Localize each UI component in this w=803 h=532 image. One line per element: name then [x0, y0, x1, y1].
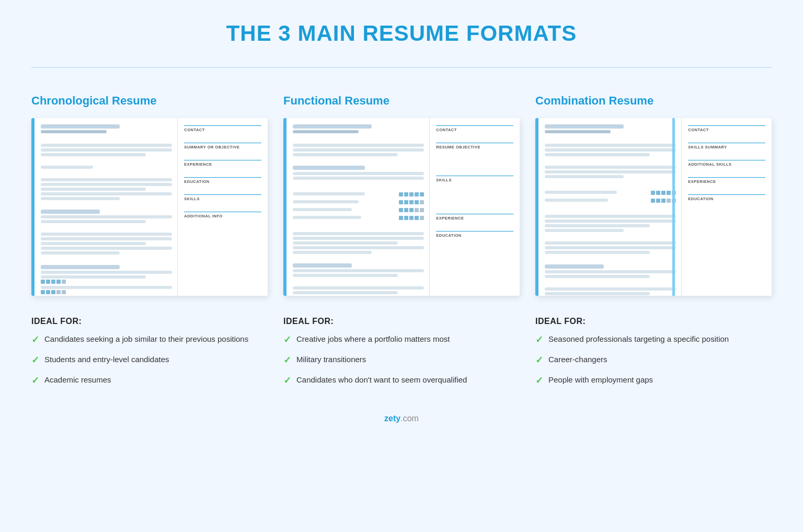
ideal-title-func: IDEAL FOR: [283, 317, 520, 326]
resume-left-chron [31, 118, 178, 296]
ideal-section-func: IDEAL FOR: ✓ Creative jobs where a portf… [283, 317, 520, 388]
column-functional: Functional Resume [283, 94, 520, 388]
resume-right-combo: CONTACT SKILLS SUMMARY ADDITIONAL SKILLS… [682, 118, 772, 296]
ideal-item-chron-1: ✓ Students and entry-level candidates [31, 354, 268, 367]
column-combination: Combination Resume [535, 94, 772, 388]
accent-bar-combo [535, 118, 538, 296]
col-title-combination: Combination Resume [535, 94, 772, 108]
check-icon-chron-2: ✓ [31, 374, 39, 387]
label-additional-chron: ADDITIONAL INFO [184, 212, 261, 219]
check-icon-func-1: ✓ [283, 354, 291, 367]
column-chronological: Chronological Resume [31, 94, 268, 388]
check-icon-func-2: ✓ [283, 374, 291, 387]
ideal-item-func-1: ✓ Military transitioners [283, 354, 520, 367]
label-contact-combo: CONTACT [688, 125, 765, 133]
col-title-chronological: Chronological Resume [31, 94, 268, 108]
check-icon-chron-0: ✓ [31, 333, 39, 346]
label-skills-func: SKILLS [436, 176, 513, 183]
ideal-item-chron-2: ✓ Academic resumes [31, 374, 268, 387]
label-experience-chron: EXPERIENCE [184, 160, 261, 168]
label-skills-summary-combo: SKILLS SUMMARY [688, 143, 765, 151]
ideal-section-chron: IDEAL FOR: ✓ Candidates seeking a job si… [31, 317, 268, 388]
ideal-list-func: ✓ Creative jobs where a portfolio matter… [283, 333, 520, 388]
label-objective-func: RESUME OBJECTIVE [436, 143, 513, 151]
ideal-item-combo-0: ✓ Seasoned professionals targeting a spe… [535, 333, 772, 346]
resume-left-func [283, 118, 430, 296]
divider [31, 67, 772, 68]
resume-mockup-chronological: CONTACT SUMMARY OR OBJECTIVE EXPERIENCE … [31, 118, 268, 296]
ideal-item-func-2: ✓ Candidates who don't want to seem over… [283, 374, 520, 387]
label-additional-skills-combo: ADDITIONAL SKILLS [688, 160, 765, 168]
columns-container: Chronological Resume [31, 94, 772, 388]
accent-stripe-combo [672, 118, 675, 296]
label-contact-chron: CONTACT [184, 125, 261, 133]
col-title-functional: Functional Resume [283, 94, 520, 108]
label-skills-chron: SKILLS [184, 194, 261, 202]
accent-bar-func [283, 118, 286, 296]
ideal-list-combo: ✓ Seasoned professionals targeting a spe… [535, 333, 772, 388]
label-experience-combo: EXPERIENCE [688, 177, 765, 185]
label-contact-func: CONTACT [436, 125, 513, 133]
ideal-item-combo-2: ✓ People with employment gaps [535, 374, 772, 387]
label-experience-func: EXPERIENCE [436, 214, 513, 222]
ideal-item-combo-1: ✓ Career-changers [535, 354, 772, 367]
page-title: THE 3 MAIN RESUME FORMATS [31, 21, 772, 46]
check-icon-func-0: ✓ [283, 333, 291, 346]
check-icon-combo-2: ✓ [535, 374, 543, 387]
check-icon-combo-1: ✓ [535, 354, 543, 367]
footer-com: .com [400, 414, 419, 423]
ideal-item-chron-0: ✓ Candidates seeking a job similar to th… [31, 333, 268, 346]
ideal-title-chron: IDEAL FOR: [31, 317, 268, 326]
accent-bar-chron [31, 118, 35, 296]
ideal-list-chron: ✓ Candidates seeking a job similar to th… [31, 333, 268, 388]
resume-right-func: CONTACT RESUME OBJECTIVE SKILLS EXPERIEN… [430, 118, 520, 296]
footer-zety: zety [384, 414, 400, 423]
page: THE 3 MAIN RESUME FORMATS Chronological … [0, 0, 803, 455]
label-education-func: EDUCATION [436, 231, 513, 239]
ideal-section-combo: IDEAL FOR: ✓ Seasoned professionals targ… [535, 317, 772, 388]
check-icon-chron-1: ✓ [31, 354, 39, 367]
label-summary-chron: SUMMARY OR OBJECTIVE [184, 143, 261, 151]
label-education-chron: EDUCATION [184, 177, 261, 185]
resume-mockup-functional: CONTACT RESUME OBJECTIVE SKILLS EXPERIEN… [283, 118, 520, 296]
check-icon-combo-0: ✓ [535, 333, 543, 346]
footer-brand: zety.com [31, 414, 772, 423]
ideal-title-combo: IDEAL FOR: [535, 317, 772, 326]
resume-left-combo [535, 118, 682, 296]
resume-mockup-combination: CONTACT SKILLS SUMMARY ADDITIONAL SKILLS… [535, 118, 772, 296]
ideal-item-func-0: ✓ Creative jobs where a portfolio matter… [283, 333, 520, 346]
label-education-combo: EDUCATION [688, 194, 765, 202]
resume-right-chron: CONTACT SUMMARY OR OBJECTIVE EXPERIENCE … [178, 118, 268, 296]
